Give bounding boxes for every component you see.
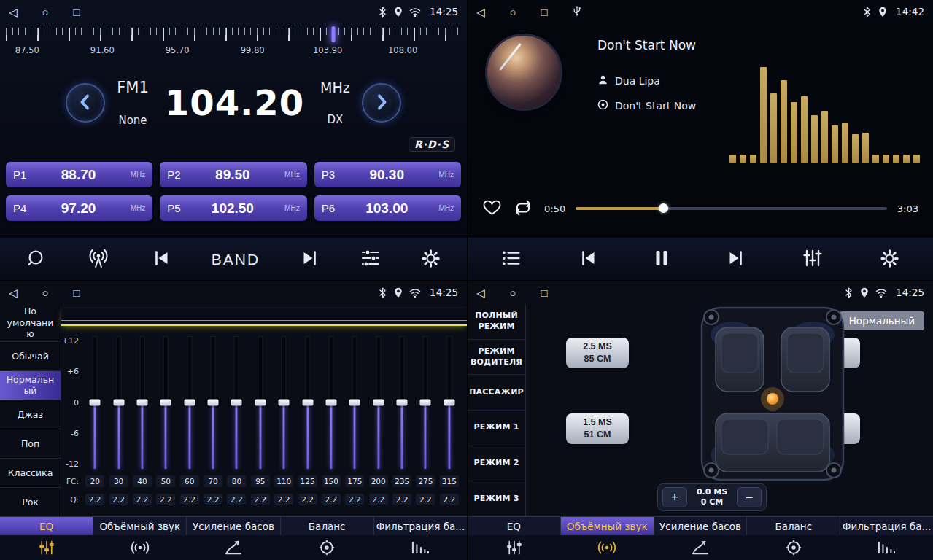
bass-boost-icon[interactable] <box>187 540 280 556</box>
tab-bass-boost[interactable]: Усиление басов <box>654 517 747 535</box>
q-value[interactable]: 2.2 <box>180 494 199 505</box>
increase-delay-button[interactable]: + <box>662 487 687 508</box>
filter-icon[interactable] <box>840 540 933 556</box>
filter-icon[interactable] <box>373 540 467 556</box>
q-value[interactable]: 2.2 <box>392 494 411 505</box>
fc-value[interactable]: 110 <box>274 475 293 487</box>
eq-band-slider-6[interactable] <box>206 336 220 469</box>
eq-band-slider-4[interactable] <box>159 336 172 469</box>
eq-band-slider-10[interactable] <box>301 336 314 469</box>
seek-button[interactable] <box>26 249 46 271</box>
surround-icon[interactable] <box>561 540 654 556</box>
eq-preset-item[interactable]: Поп <box>0 429 61 459</box>
fc-value[interactable]: 125 <box>298 475 317 487</box>
fc-value[interactable]: 20 <box>85 475 104 487</box>
eq-band-slider-5[interactable] <box>183 336 196 469</box>
recents-button[interactable]: □ <box>74 287 80 298</box>
fc-value[interactable]: 175 <box>345 475 364 487</box>
eq-preset-item[interactable]: По умолчанию <box>0 304 61 342</box>
recents-button[interactable]: □ <box>74 7 80 18</box>
fc-value[interactable]: 200 <box>369 475 388 487</box>
frequency-scale[interactable]: 87.5091.6095.7099.80103.90108.00 <box>6 26 461 58</box>
mixer-button[interactable] <box>802 249 824 270</box>
tab-eq[interactable]: EQ <box>468 517 560 535</box>
preset-p4[interactable]: P497.20MHz <box>6 195 152 221</box>
progress-thumb[interactable] <box>659 203 668 213</box>
back-button[interactable]: ◁ <box>476 287 485 298</box>
tab-eq[interactable]: EQ <box>0 517 93 535</box>
slider-knob[interactable] <box>231 400 242 406</box>
preset-p3[interactable]: P390.30MHz <box>314 162 461 187</box>
eq-preset-item[interactable]: Рок <box>0 488 61 517</box>
eq-band-slider-1[interactable] <box>88 336 101 469</box>
delay-rear-left[interactable]: 1.5 MS 51 CM <box>566 413 629 444</box>
playlist-button[interactable] <box>501 249 522 269</box>
q-value[interactable]: 2.2 <box>369 494 388 505</box>
fc-value[interactable]: 40 <box>133 475 152 487</box>
slider-knob[interactable] <box>444 400 454 406</box>
band-button[interactable]: BAND <box>212 251 260 268</box>
eq-sliders-icon[interactable] <box>468 540 561 556</box>
tab-balance[interactable]: Баланс <box>746 517 840 535</box>
settings-button[interactable] <box>880 249 899 271</box>
eq-band-slider-8[interactable] <box>254 336 267 469</box>
slider-knob[interactable] <box>397 400 408 406</box>
recents-button[interactable]: □ <box>541 7 548 18</box>
prev-track-button[interactable] <box>578 249 598 269</box>
repeat-button[interactable] <box>512 199 534 219</box>
slider-knob[interactable] <box>90 400 101 406</box>
home-button[interactable]: ○ <box>42 7 49 18</box>
fc-value[interactable]: 235 <box>392 475 411 487</box>
q-value[interactable]: 2.2 <box>227 494 246 505</box>
tab-filter[interactable]: Фильтрация ба... <box>840 517 933 535</box>
fc-value[interactable]: 70 <box>204 475 222 487</box>
q-value[interactable]: 2.2 <box>416 494 435 505</box>
eq-band-slider-16[interactable] <box>443 336 456 469</box>
tab-filter[interactable]: Фильтрация ба... <box>373 517 467 535</box>
slider-knob[interactable] <box>113 400 124 406</box>
slider-knob[interactable] <box>279 400 290 406</box>
eq-band-slider-14[interactable] <box>395 336 409 469</box>
broadcast-button[interactable] <box>86 249 111 271</box>
eq-band-slider-13[interactable] <box>372 336 385 469</box>
audio-tune-button[interactable] <box>360 249 381 270</box>
slider-knob[interactable] <box>255 400 266 406</box>
eq-band-slider-12[interactable] <box>348 336 361 469</box>
next-track-button[interactable] <box>726 249 746 269</box>
eq-preset-item[interactable]: Нормальный <box>0 371 61 400</box>
fc-value[interactable]: 30 <box>109 475 128 487</box>
q-value[interactable]: 2.2 <box>156 494 175 505</box>
eq-band-slider-9[interactable] <box>277 336 290 469</box>
fc-value[interactable]: 315 <box>440 475 459 487</box>
q-value[interactable]: 2.2 <box>322 494 341 505</box>
seek-bar[interactable] <box>576 203 887 214</box>
delay-front-left[interactable]: 2.5 MS 85 CM <box>566 338 629 368</box>
fc-value[interactable]: 95 <box>251 475 270 487</box>
slider-knob[interactable] <box>160 400 171 406</box>
q-value[interactable]: 2.2 <box>345 494 364 505</box>
q-value[interactable]: 2.2 <box>440 494 459 505</box>
eq-preset-item[interactable]: Обычай <box>0 342 61 371</box>
eq-band-slider-15[interactable] <box>419 336 432 469</box>
home-button[interactable]: ○ <box>510 287 516 298</box>
back-button[interactable]: ◁ <box>9 7 18 18</box>
car-interior-graphic[interactable] <box>700 306 845 482</box>
slider-knob[interactable] <box>349 400 360 406</box>
pause-button[interactable] <box>654 249 670 270</box>
preset-p2[interactable]: P289.50MHz <box>160 162 306 187</box>
slider-knob[interactable] <box>325 400 336 406</box>
slider-knob[interactable] <box>184 400 195 406</box>
preset-p1[interactable]: P188.70MHz <box>6 162 152 187</box>
tab-surround[interactable]: Объёмный звук <box>560 517 654 535</box>
sound-mode-item[interactable]: РЕЖИМ 2 <box>468 446 525 482</box>
slider-knob[interactable] <box>302 400 313 406</box>
eq-sliders-icon[interactable] <box>0 540 93 556</box>
sound-mode-item[interactable]: ПОЛНЫЙ РЕЖИМ <box>468 304 525 340</box>
fc-value[interactable]: 150 <box>322 475 341 487</box>
eq-band-slider-11[interactable] <box>325 336 338 469</box>
q-value[interactable]: 2.2 <box>109 494 128 505</box>
back-button[interactable]: ◁ <box>476 7 485 18</box>
sound-mode-item[interactable]: ПАССАЖИР <box>468 375 525 411</box>
tab-balance[interactable]: Баланс <box>280 517 373 535</box>
slider-knob[interactable] <box>373 400 384 406</box>
